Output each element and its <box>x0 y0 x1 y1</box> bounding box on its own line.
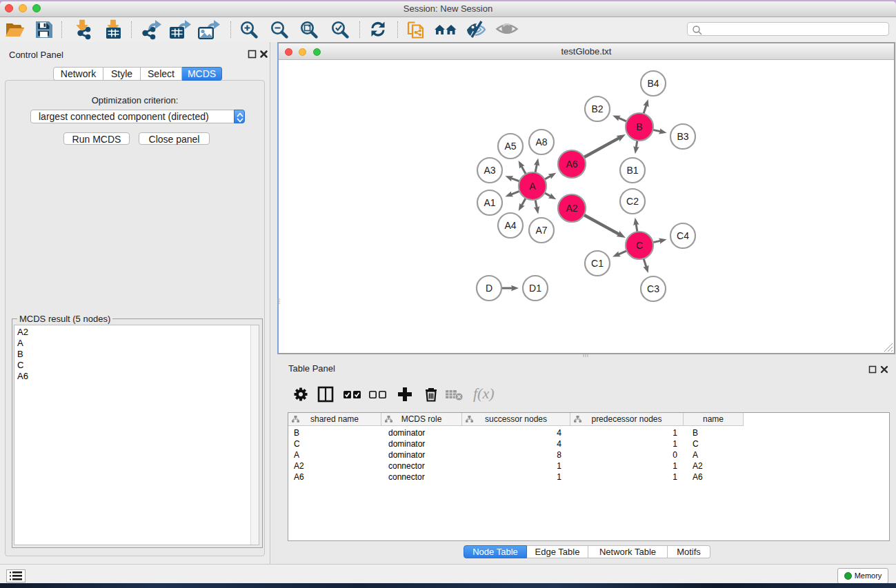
svg-text:A6: A6 <box>566 159 577 170</box>
svg-text:C: C <box>636 240 643 251</box>
svg-text:A7: A7 <box>535 225 547 236</box>
svg-text:B4: B4 <box>647 78 659 89</box>
svg-text:C2: C2 <box>626 196 639 207</box>
svg-text:A2: A2 <box>566 203 577 214</box>
svg-text:C1: C1 <box>591 258 604 269</box>
svg-text:A5: A5 <box>504 141 516 152</box>
svg-text:D: D <box>486 283 492 294</box>
svg-text:C3: C3 <box>647 283 659 294</box>
svg-text:B: B <box>636 121 642 132</box>
svg-text:C4: C4 <box>677 230 689 241</box>
svg-text:A4: A4 <box>504 220 516 231</box>
svg-text:A1: A1 <box>484 197 495 208</box>
svg-text:B2: B2 <box>591 103 603 114</box>
svg-text:A3: A3 <box>484 165 495 176</box>
svg-text:B1: B1 <box>626 165 638 176</box>
svg-text:D1: D1 <box>529 283 541 294</box>
svg-text:B3: B3 <box>677 131 688 142</box>
svg-text:A8: A8 <box>535 136 547 148</box>
svg-text:A: A <box>529 181 536 192</box>
